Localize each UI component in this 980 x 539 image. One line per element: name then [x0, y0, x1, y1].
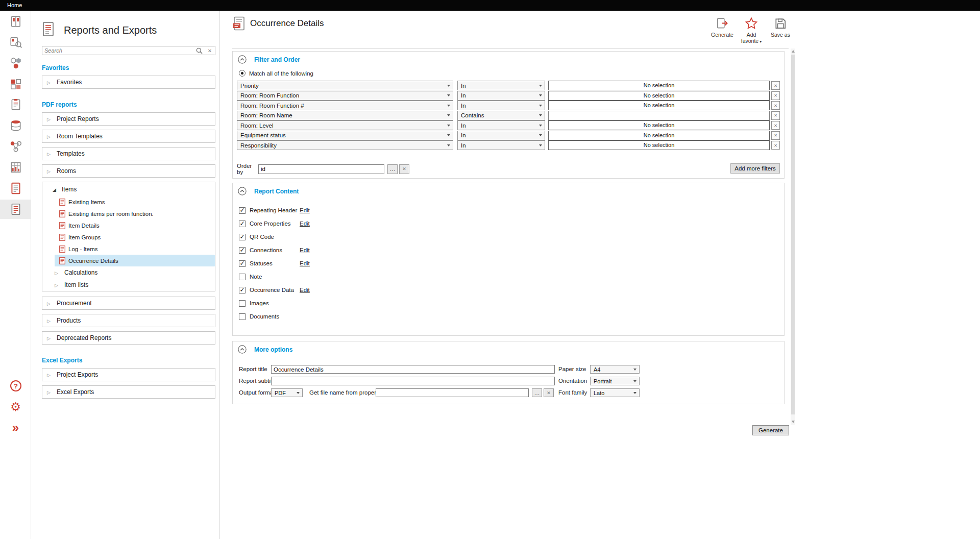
report-item-occurrence-details[interactable]: Occurrence Details: [55, 255, 215, 266]
search-input[interactable]: [42, 47, 193, 54]
remove-filter-button[interactable]: [771, 121, 780, 130]
remove-filter-button[interactable]: [771, 81, 780, 90]
scroll-up-icon[interactable]: [792, 50, 795, 53]
core-properties-checkbox[interactable]: [239, 220, 246, 227]
repeating-header-checkbox[interactable]: [239, 207, 246, 214]
filter-field-select[interactable]: Room: Room Name: [237, 111, 453, 120]
output-format-select[interactable]: PDF: [271, 388, 303, 397]
report-document-icon[interactable]: [0, 200, 31, 219]
remove-filter-button[interactable]: [771, 91, 780, 100]
orientation-select[interactable]: Portrait: [590, 377, 640, 385]
filter-value-selector[interactable]: No selection: [548, 101, 770, 110]
help-icon[interactable]: ?: [0, 376, 31, 396]
sidebar-group-templates[interactable]: Templates: [42, 147, 215, 160]
filter-operator-select[interactable]: Contains: [457, 111, 545, 120]
report-item-existing-items-per-room-function[interactable]: Existing items per room function.: [55, 208, 215, 219]
sidebar-group-rooms[interactable]: Rooms: [42, 164, 215, 178]
qr-code-checkbox[interactable]: [239, 234, 246, 240]
ellipsis-browse-button[interactable]: [387, 164, 398, 174]
building-chart-icon[interactable]: [0, 158, 31, 177]
filter-field-select[interactable]: Room: Room Function: [237, 91, 453, 101]
filter-field-select[interactable]: Priority: [237, 81, 453, 90]
subgroup-calculations[interactable]: Calculations: [42, 266, 215, 279]
remove-filter-button[interactable]: [771, 141, 780, 150]
edit-link[interactable]: Edit: [300, 260, 310, 266]
report-title-input[interactable]: [271, 365, 555, 374]
sidebar-group-room-templates[interactable]: Room Templates: [42, 130, 215, 143]
collapse-section-icon[interactable]: [238, 345, 247, 354]
file-name-property-input[interactable]: [376, 388, 529, 397]
ellipsis-browse-button[interactable]: [532, 388, 542, 397]
note-checkbox[interactable]: [239, 274, 246, 280]
filter-operator-select[interactable]: In: [457, 81, 545, 90]
sidebar-group-excel-exports[interactable]: Excel Exports: [42, 385, 215, 399]
filter-value-selector[interactable]: No selection: [548, 81, 770, 90]
remove-filter-button[interactable]: [771, 101, 780, 110]
clear-search-icon[interactable]: [205, 48, 215, 54]
statuses-checkbox[interactable]: [239, 260, 246, 267]
report-subtitle-input[interactable]: [271, 377, 555, 385]
filter-value-selector[interactable]: No selection: [548, 120, 770, 130]
subgroup-item-lists[interactable]: Item lists: [42, 279, 215, 291]
match-all-radio[interactable]: [239, 70, 246, 77]
filter-operator-select[interactable]: In: [457, 101, 545, 110]
sidebar-group-favorites[interactable]: Favorites: [42, 76, 215, 89]
cabinet-search-icon[interactable]: [0, 33, 31, 52]
report-item-existing-items[interactable]: Existing Items: [55, 196, 215, 208]
edit-link[interactable]: Edit: [300, 207, 310, 213]
documents-checkbox[interactable]: [239, 313, 246, 320]
settings-gear-icon[interactable]: ⚙: [0, 397, 31, 416]
sidebar-group-products[interactable]: Products: [42, 314, 215, 327]
edit-link[interactable]: Edit: [300, 287, 310, 293]
filter-value-selector[interactable]: No selection: [548, 131, 770, 140]
order-by-input[interactable]: [258, 164, 384, 174]
edit-link[interactable]: Edit: [300, 247, 310, 253]
items-group-header[interactable]: Items: [42, 182, 215, 196]
report-item-item-details[interactable]: Item Details: [55, 219, 215, 231]
sidebar-group-deprecated-reports[interactable]: Deprecated Reports: [42, 331, 215, 345]
double-chevron-icon[interactable]: »: [0, 418, 31, 437]
remove-filter-button[interactable]: [771, 131, 780, 140]
sidebar-group-project-reports[interactable]: Project Reports: [42, 112, 215, 126]
save-as-tool-button[interactable]: Save as: [767, 17, 794, 44]
colored-boxes-icon[interactable]: [0, 75, 31, 94]
database-icon[interactable]: [0, 116, 31, 135]
sidebar-group-project-exports[interactable]: Project Exports: [42, 368, 215, 381]
home-tab[interactable]: Home: [0, 0, 29, 11]
generate-button[interactable]: Generate: [752, 425, 789, 435]
filter-operator-select[interactable]: In: [457, 91, 545, 101]
filter-value-selector[interactable]: No selection: [548, 140, 770, 150]
filter-value-input[interactable]: [548, 111, 770, 120]
add-favorite-tool-button[interactable]: Add favorite: [738, 17, 765, 44]
cabinet-icon[interactable]: [0, 12, 31, 31]
filter-field-select[interactable]: Room: Room Function #: [237, 101, 453, 110]
font-family-select[interactable]: Lato: [590, 388, 640, 397]
remove-filter-button[interactable]: [771, 111, 780, 120]
vertical-scrollbar[interactable]: [791, 48, 795, 425]
filter-operator-select[interactable]: In: [457, 131, 545, 140]
hexagons-icon[interactable]: [0, 54, 31, 73]
clear-order-button[interactable]: [399, 164, 409, 174]
images-checkbox[interactable]: [239, 300, 246, 307]
clear-file-name-button[interactable]: [544, 388, 554, 397]
filter-operator-select[interactable]: In: [457, 140, 545, 150]
collapse-section-icon[interactable]: [238, 55, 247, 64]
connections-checkbox[interactable]: [239, 247, 246, 254]
generate-tool-button[interactable]: Generate: [708, 17, 736, 44]
scrollbar-thumb[interactable]: [791, 55, 795, 414]
filter-operator-select[interactable]: In: [457, 120, 545, 130]
add-more-filters-button[interactable]: Add more filters: [730, 163, 780, 174]
scroll-down-icon[interactable]: [792, 421, 795, 423]
filter-field-select[interactable]: Room: Level: [237, 120, 453, 130]
edit-link[interactable]: Edit: [300, 220, 310, 227]
collapse-section-icon[interactable]: [238, 187, 247, 195]
report-item-log-items[interactable]: Log - Items: [55, 243, 215, 255]
report-item-item-groups[interactable]: Item Groups: [55, 231, 215, 243]
filter-field-select[interactable]: Responsibility: [237, 140, 453, 150]
flowchart-icon[interactable]: [0, 137, 31, 156]
filter-value-selector[interactable]: No selection: [548, 91, 770, 101]
clipboard-icon[interactable]: [0, 95, 31, 114]
filter-field-select[interactable]: Equipment status: [237, 131, 453, 140]
sidebar-group-procurement[interactable]: Procurement: [42, 297, 215, 310]
occurrence-data-checkbox[interactable]: [239, 287, 246, 293]
